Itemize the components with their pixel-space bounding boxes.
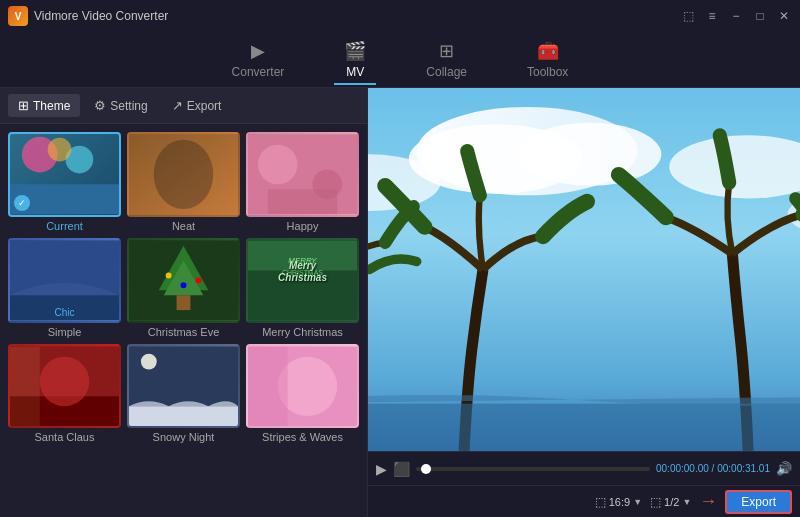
theme-subtab-label: Theme [33, 99, 70, 113]
theme-neat[interactable]: Neat [127, 132, 240, 232]
ratio-value: 16:9 [609, 496, 630, 508]
subtab-export[interactable]: ↗ Export [162, 94, 232, 117]
app-logo: V [8, 6, 28, 26]
right-panel: ▶ ⬛ 00:00:00.00 / 00:00:31.01 🔊 ⬚ 16:9 ▼… [368, 88, 800, 517]
svg-rect-9 [268, 189, 337, 214]
close-button[interactable]: ✕ [776, 8, 792, 24]
export-row: ⬚ 16:9 ▼ ⬚ 1/2 ▼ → Export [368, 485, 800, 517]
theme-stripes-waves-label: Stripes & Waves [262, 431, 343, 443]
collage-label: Collage [426, 65, 467, 79]
theme-current-label: Current [46, 220, 83, 232]
theme-stripes-waves-thumb [246, 344, 359, 429]
tab-mv[interactable]: 🎬 MV [334, 36, 376, 85]
svg-point-18 [181, 282, 187, 288]
export-button[interactable]: Export [725, 490, 792, 514]
menu-icon[interactable]: ≡ [704, 8, 720, 24]
svg-point-2 [48, 138, 72, 162]
app-title: Vidmore Video Converter [34, 9, 168, 23]
theme-simple[interactable]: Chic Simple [8, 238, 121, 338]
sub-tabs: ⊞ Theme ⚙ Setting ↗ Export [0, 88, 367, 124]
tab-toolbox[interactable]: 🧰 Toolbox [517, 36, 578, 83]
subtab-theme[interactable]: ⊞ Theme [8, 94, 80, 117]
video-preview [368, 88, 800, 451]
stop-button[interactable]: ⬛ [393, 461, 410, 477]
theme-snowy-night[interactable]: Snowy Night [127, 344, 240, 444]
mv-icon: 🎬 [344, 40, 366, 62]
theme-merry-christmas-label: Merry Christmas [262, 326, 343, 338]
svg-point-16 [166, 272, 172, 278]
video-controls: ▶ ⬛ 00:00:00.00 / 00:00:31.01 🔊 [368, 451, 800, 485]
svg-point-25 [40, 356, 90, 406]
mv-label: MV [346, 65, 364, 79]
svg-rect-32 [248, 346, 288, 425]
theme-snowy-night-thumb [127, 344, 240, 429]
chic-label: Chic [8, 307, 121, 318]
aspect-ratio-select[interactable]: ⬚ 16:9 ▼ [595, 495, 642, 509]
svg-point-5 [154, 140, 213, 209]
svg-rect-40 [368, 404, 800, 451]
theme-santa-claus-thumb [8, 344, 121, 429]
ratio-icon: ⬚ [595, 495, 606, 509]
resolution-select[interactable]: ⬚ 1/2 ▼ [650, 495, 691, 509]
play-button[interactable]: ▶ [376, 461, 387, 477]
theme-happy[interactable]: Happy [246, 132, 359, 232]
theme-christmas-eve-label: Christmas Eve [148, 326, 220, 338]
theme-neat-label: Neat [172, 220, 195, 232]
svg-point-28 [141, 353, 157, 369]
svg-rect-15 [177, 295, 191, 310]
converter-label: Converter [232, 65, 285, 79]
time-display: 00:00:00.00 / 00:00:31.01 [656, 463, 770, 474]
volume-icon[interactable]: 🔊 [776, 461, 792, 476]
collage-icon: ⊞ [439, 40, 454, 62]
theme-christmas-eve[interactable]: Christmas Eve [127, 238, 240, 338]
setting-subtab-icon: ⚙ [94, 98, 106, 113]
nav-tabs: ▶ Converter 🎬 MV ⊞ Collage 🧰 Toolbox [0, 32, 800, 88]
theme-happy-thumb [246, 132, 359, 217]
progress-bar[interactable] [416, 467, 650, 471]
progress-dot [421, 464, 431, 474]
minimize-button[interactable]: − [728, 8, 744, 24]
theme-merry-christmas[interactable]: MERRY CHRISTMAS MerryChristmas Merry Chr… [246, 238, 359, 338]
toolbox-icon: 🧰 [537, 40, 559, 62]
theme-snowy-night-label: Snowy Night [153, 431, 215, 443]
resolution-icon: ⬚ [650, 495, 661, 509]
theme-neat-thumb [127, 132, 240, 217]
preview-svg [368, 88, 800, 451]
setting-subtab-label: Setting [110, 99, 147, 113]
svg-point-36 [519, 123, 661, 186]
left-panel: ⊞ Theme ⚙ Setting ↗ Export [0, 88, 368, 517]
theme-happy-label: Happy [287, 220, 319, 232]
titlebar: V Vidmore Video Converter ⬚ ≡ − □ ✕ [0, 0, 800, 32]
theme-simple-label: Simple [48, 326, 82, 338]
maximize-button[interactable]: □ [752, 8, 768, 24]
svg-rect-26 [10, 346, 40, 425]
theme-santa-claus[interactable]: Santa Claus [8, 344, 121, 444]
tab-collage[interactable]: ⊞ Collage [416, 36, 477, 83]
theme-merry-christmas-thumb: MERRY CHRISTMAS MerryChristmas [246, 238, 359, 323]
ratio-dropdown-icon: ▼ [633, 497, 642, 507]
theme-subtab-icon: ⊞ [18, 98, 29, 113]
converter-icon: ▶ [251, 40, 265, 62]
theme-grid: ✓ Current Neat [0, 124, 367, 517]
export-subtab-icon: ↗ [172, 98, 183, 113]
main-content: ⊞ Theme ⚙ Setting ↗ Export [0, 88, 800, 517]
titlebar-controls: ⬚ ≡ − □ ✕ [680, 8, 792, 24]
merry-text-overlay: MerryChristmas [278, 260, 327, 284]
toolbox-label: Toolbox [527, 65, 568, 79]
export-arrow-indicator: → [699, 491, 717, 512]
subtab-setting[interactable]: ⚙ Setting [84, 94, 157, 117]
theme-santa-claus-label: Santa Claus [35, 431, 95, 443]
theme-stripes-waves[interactable]: Stripes & Waves [246, 344, 359, 444]
theme-christmas-eve-thumb [127, 238, 240, 323]
selected-checkmark: ✓ [14, 195, 30, 211]
svg-point-7 [258, 145, 298, 185]
titlebar-left: V Vidmore Video Converter [8, 6, 168, 26]
theme-current[interactable]: ✓ Current [8, 132, 121, 232]
chat-icon[interactable]: ⬚ [680, 8, 696, 24]
tab-converter[interactable]: ▶ Converter [222, 36, 295, 83]
resolution-value: 1/2 [664, 496, 679, 508]
svg-point-17 [195, 277, 201, 283]
resolution-dropdown-icon: ▼ [682, 497, 691, 507]
export-subtab-label: Export [187, 99, 222, 113]
svg-rect-29 [129, 406, 238, 426]
